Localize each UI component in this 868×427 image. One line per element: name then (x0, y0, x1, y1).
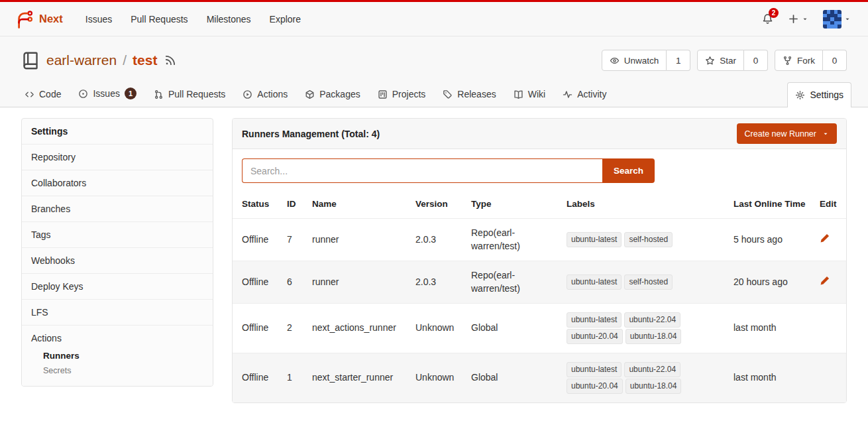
column-header-last-online-time: Last Online Time (728, 190, 814, 219)
sidebar-item-collaborators[interactable]: Collaborators (22, 170, 213, 196)
star-icon (705, 56, 715, 66)
repo-name-link[interactable]: test (133, 52, 157, 68)
tab-releases[interactable]: Releases (435, 82, 504, 107)
project-board-icon (378, 90, 388, 99)
create-runner-button[interactable]: Create new Runner (737, 123, 837, 144)
tab-activity[interactable]: Activity (555, 82, 614, 107)
tab-pull-requests[interactable]: Pull Requests (146, 82, 233, 107)
runner-label-chip: self-hosted (624, 274, 673, 290)
nav-item-issues[interactable]: Issues (76, 8, 121, 30)
unwatch-label: Unwatch (624, 56, 659, 66)
runner-type: Repo(earl-warren/test) (466, 219, 561, 261)
eye-icon (610, 56, 620, 66)
runner-label-chip: ubuntu-latest (567, 312, 622, 328)
notification-count-badge: 2 (769, 8, 779, 18)
main-content: SettingsRepositoryCollaboratorsBranchesT… (0, 107, 868, 419)
runner-id: 1 (282, 353, 307, 402)
sidebar-item-runners[interactable]: Runners (31, 348, 203, 363)
main-nav: IssuesPull RequestsMilestonesExplore (76, 14, 310, 25)
tab-wiki[interactable]: Wiki (506, 82, 553, 107)
sidebar-item-lfs[interactable]: LFS (22, 300, 213, 326)
tab-issues[interactable]: Issues1 (70, 80, 144, 107)
fork-button[interactable]: Fork (775, 50, 823, 71)
edit-runner-button[interactable] (820, 275, 830, 286)
runner-name: runner (307, 261, 410, 304)
package-icon (305, 90, 315, 99)
unwatch-button-group: Unwatch1 (602, 50, 691, 71)
notifications-button[interactable]: 2 (762, 13, 773, 25)
runner-id: 6 (282, 261, 307, 304)
tab-code[interactable]: Code (17, 82, 69, 107)
runner-search-bar: Search (233, 149, 846, 190)
pulse-icon (563, 90, 572, 99)
pencil-icon (820, 275, 830, 286)
sidebar-item-branches[interactable]: Branches (22, 196, 213, 222)
runner-label-chip: ubuntu-18.04 (625, 379, 682, 394)
star-label: Star (720, 56, 736, 66)
unwatch-button[interactable]: Unwatch (602, 50, 667, 71)
code-icon (25, 90, 34, 99)
unwatch-count[interactable]: 1 (667, 50, 690, 71)
tab-packages[interactable]: Packages (297, 82, 368, 107)
runner-edit-cell (814, 304, 847, 353)
top-navbar: Next IssuesPull RequestsMilestonesExplor… (0, 2, 868, 36)
runner-label-chip: ubuntu-22.04 (624, 312, 680, 328)
star-count[interactable]: 0 (744, 50, 768, 71)
rss-icon[interactable] (164, 54, 176, 66)
star-button-group: Star0 (697, 50, 768, 71)
runner-label-chip: ubuntu-22.04 (624, 362, 680, 377)
sidebar-item-tags[interactable]: Tags (22, 222, 213, 248)
runner-label-chip: ubuntu-latest (567, 274, 622, 290)
sidebar-item-deploy-keys[interactable]: Deploy Keys (22, 274, 213, 300)
nav-item-pull-requests[interactable]: Pull Requests (121, 8, 197, 30)
runner-edit-cell (814, 353, 847, 402)
fork-count[interactable]: 0 (823, 50, 847, 71)
search-button[interactable]: Search (602, 158, 655, 183)
issues-count-badge: 1 (125, 88, 136, 99)
column-header-id: ID (282, 190, 307, 219)
runner-edit-cell (814, 261, 847, 304)
tab-label: Projects (392, 89, 426, 99)
column-header-status: Status (233, 190, 282, 219)
runner-status: Offline (233, 353, 282, 402)
runner-row: Offline1next_starter_runnerUnknownGlobal… (233, 353, 847, 402)
column-header-version: Version (410, 190, 466, 219)
navbar-left: Next IssuesPull RequestsMilestonesExplor… (11, 9, 310, 29)
runner-status: Offline (233, 261, 282, 304)
caret-down-icon (802, 16, 808, 23)
tab-actions[interactable]: Actions (235, 82, 296, 107)
runner-last-online: 5 hours ago (728, 219, 814, 261)
fork-button-group: Fork0 (775, 50, 847, 71)
repo-action-buttons: Unwatch1Star0Fork0 (602, 50, 847, 71)
runners-panel: Runners Management (Total: 4) Create new… (232, 118, 847, 403)
runner-version: 2.0.3 (410, 219, 466, 261)
sidebar-item-repository[interactable]: Repository (22, 145, 213, 170)
home-logo-link[interactable]: Next (11, 9, 67, 29)
user-menu-button[interactable] (823, 10, 851, 29)
runner-type: Global (466, 353, 561, 402)
runner-last-online: 20 hours ago (728, 261, 814, 304)
table-body: Offline7runner2.0.3Repo(earl-warren/test… (233, 219, 847, 402)
runner-name: runner (307, 219, 410, 261)
runner-search-input[interactable] (242, 158, 602, 183)
pull-request-icon (154, 90, 164, 99)
tab-projects[interactable]: Projects (370, 82, 434, 107)
sidebar-item-secrets[interactable]: Secrets (31, 363, 203, 378)
runner-label-chip: ubuntu-20.04 (567, 329, 623, 344)
create-new-button[interactable] (788, 13, 808, 25)
tab-settings[interactable]: Settings (787, 82, 851, 107)
tab-label: Settings (810, 90, 843, 100)
sidebar-item-webhooks[interactable]: Webhooks (22, 248, 213, 274)
repo-owner-link[interactable]: earl-warren (46, 52, 117, 68)
nav-item-milestones[interactable]: Milestones (197, 8, 260, 30)
runner-id: 2 (282, 304, 307, 353)
issue-icon (78, 89, 88, 99)
tab-label: Code (39, 89, 61, 99)
sidebar-item-actions[interactable]: Actions (31, 333, 203, 343)
runner-version: 2.0.3 (410, 261, 466, 304)
star-button[interactable]: Star (697, 50, 744, 71)
edit-runner-button[interactable] (820, 233, 830, 243)
nav-item-explore[interactable]: Explore (260, 8, 310, 30)
pencil-icon (820, 233, 830, 243)
create-runner-label: Create new Runner (745, 129, 816, 139)
